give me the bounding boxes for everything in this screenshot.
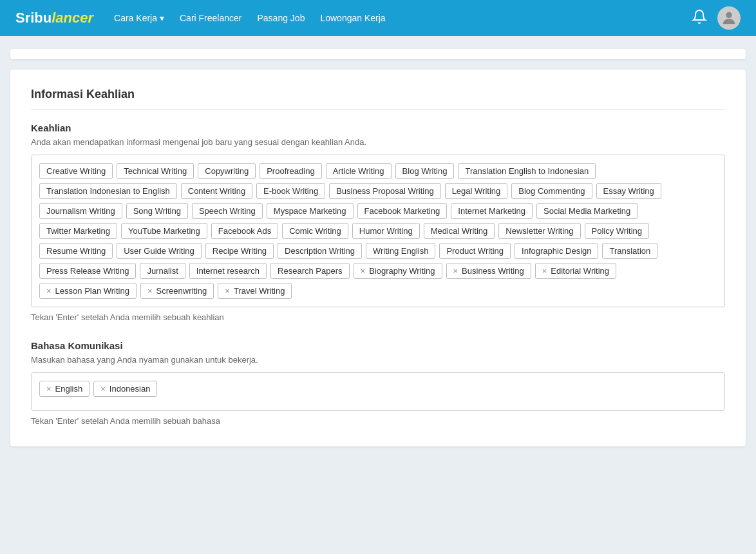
brand-lancer: lancer: [52, 10, 93, 26]
remove-skill-icon[interactable]: ×: [225, 287, 230, 295]
skill-tag: Policy Writing: [585, 223, 650, 239]
skill-tag: Research Papers: [270, 263, 349, 279]
skill-tag: Newsletter Writing: [498, 223, 580, 239]
skill-tag: Social Media Marketing: [536, 203, 638, 219]
nav-pasang-job[interactable]: Pasang Job: [257, 13, 305, 23]
bahasa-label: Bahasa Komunikasi: [31, 340, 725, 351]
skills-tags-container[interactable]: Creative WritingTechnical WritingCopywri…: [31, 155, 725, 307]
keahlian-desc: Anda akan mendapatkan informasi mengenai…: [31, 137, 725, 147]
skill-tag: Creative Writing: [39, 163, 113, 179]
skill-tag-label: Travel Writing: [234, 286, 285, 296]
skill-tag-removable[interactable]: ×Editorial Writing: [535, 263, 616, 279]
skill-tag: User Guide Writing: [117, 243, 202, 259]
skill-tag: Facebook Ads: [211, 223, 278, 239]
skill-tag: Song Writing: [126, 203, 188, 219]
skill-tag: Article Writing: [326, 163, 392, 179]
skill-tag: Journalism Writing: [39, 203, 122, 219]
skill-tag: Jurnalist: [140, 263, 185, 279]
skill-tag: E-book Writing: [256, 183, 325, 199]
chevron-down-icon: ▾: [160, 13, 164, 23]
skill-tag: Blog Commenting: [511, 183, 592, 199]
skill-tag: Internet Marketing: [451, 203, 533, 219]
skill-tag: Resume Writing: [39, 243, 113, 259]
keahlian-hint: Tekan 'Enter' setelah Anda memilih sebua…: [31, 312, 725, 322]
remove-language-icon[interactable]: ×: [100, 385, 106, 393]
skill-tag-label: Lesson Plan Writing: [55, 286, 129, 296]
skill-tag: YouTube Marketing: [121, 223, 207, 239]
skill-tag-label: Business Writing: [462, 266, 524, 276]
nav-lowongan-kerja[interactable]: Lowongan Kerja: [320, 13, 385, 23]
skill-tag: Copywriting: [198, 163, 256, 179]
top-card: [10, 49, 746, 59]
language-tag-removable[interactable]: ×Indonesian: [93, 381, 157, 397]
skill-tag: Myspace Marketing: [267, 203, 354, 219]
bahasa-desc: Masukan bahasa yang Anda nyaman gunakan …: [31, 355, 725, 365]
nav-cari-freelancer[interactable]: Cari Freelancer: [180, 13, 241, 23]
skill-tag: Legal Writing: [445, 183, 508, 199]
user-avatar[interactable]: [717, 6, 741, 30]
svg-point-0: [726, 12, 732, 18]
skill-tag: Description Writing: [278, 243, 362, 259]
skill-tag: Facebook Marketing: [357, 203, 448, 219]
page-content: Informasi Keahlian Keahlian Anda akan me…: [0, 36, 756, 459]
skill-tag: Internet research: [189, 263, 267, 279]
skill-tag: Translation: [602, 243, 657, 259]
keahlian-section: Keahlian Anda akan mendapatkan informasi…: [31, 122, 725, 322]
remove-skill-icon[interactable]: ×: [46, 287, 52, 295]
brand-logo[interactable]: Sribulancer: [15, 10, 93, 26]
remove-language-icon[interactable]: ×: [46, 385, 52, 393]
bell-icon[interactable]: [692, 9, 707, 27]
remove-skill-icon[interactable]: ×: [147, 287, 153, 295]
skill-tag-removable[interactable]: ×Lesson Plan Writing: [39, 283, 137, 299]
remove-skill-icon[interactable]: ×: [542, 267, 547, 275]
skill-tag: Comic Writing: [282, 223, 348, 239]
skill-tag: Twitter Marketing: [39, 223, 117, 239]
nav-cara-kerja[interactable]: Cara Kerja ▾: [114, 13, 164, 23]
remove-skill-icon[interactable]: ×: [453, 267, 458, 275]
skill-tag-removable[interactable]: ×Biography Writing: [354, 263, 442, 279]
keahlian-label: Keahlian: [31, 122, 725, 133]
section-title: Informasi Keahlian: [31, 88, 725, 110]
skill-tag: Translation Indonesian to English: [39, 183, 177, 199]
nav-links: Cara Kerja ▾ Cari Freelancer Pasang Job …: [114, 13, 692, 23]
skill-tag-removable[interactable]: ×Travel Writing: [218, 283, 292, 299]
skill-tag: Writing English: [366, 243, 435, 259]
language-tag-removable[interactable]: ×English: [39, 381, 90, 397]
language-tag-label: Indonesian: [109, 384, 151, 394]
skill-tag-label: Screenwriting: [156, 286, 207, 296]
skill-tag: Essay Writing: [596, 183, 661, 199]
brand-sri: Sribu: [15, 10, 52, 26]
skill-tag: Speech Writing: [192, 203, 263, 219]
skill-tag: Recipe Writing: [205, 243, 274, 259]
skill-tag: Humor Writing: [352, 223, 420, 239]
skill-tag: Blog Writing: [395, 163, 455, 179]
skill-tag: Business Proposal Writing: [329, 183, 441, 199]
skill-tag: Translation English to Indonesian: [458, 163, 596, 179]
language-tag-label: English: [55, 384, 83, 394]
skill-tag-label: Biography Writing: [369, 266, 435, 276]
skill-tag: Proofreading: [260, 163, 321, 179]
skill-tag-removable[interactable]: ×Screenwriting: [140, 283, 214, 299]
remove-skill-icon[interactable]: ×: [361, 267, 366, 275]
skill-tag: Infographic Design: [515, 243, 598, 259]
nav-icons: [692, 6, 741, 30]
skill-tag: Product Writing: [439, 243, 511, 259]
skill-tag-removable[interactable]: ×Business Writing: [446, 263, 531, 279]
language-tags-container[interactable]: ×English×Indonesian: [31, 372, 725, 411]
bahasa-section: Bahasa Komunikasi Masukan bahasa yang An…: [31, 340, 725, 426]
bahasa-hint: Tekan 'Enter' setelah Anda memilih sebua…: [31, 416, 725, 426]
main-card: Informasi Keahlian Keahlian Anda akan me…: [10, 70, 746, 446]
skill-tag: Technical Writing: [117, 163, 194, 179]
skill-tag: Content Writing: [181, 183, 252, 199]
skill-tag: Medical Writing: [424, 223, 495, 239]
skill-tag-label: Editorial Writing: [551, 266, 609, 276]
navbar: Sribulancer Cara Kerja ▾ Cari Freelancer…: [0, 0, 756, 36]
skill-tag: Press Release Writing: [39, 263, 136, 279]
